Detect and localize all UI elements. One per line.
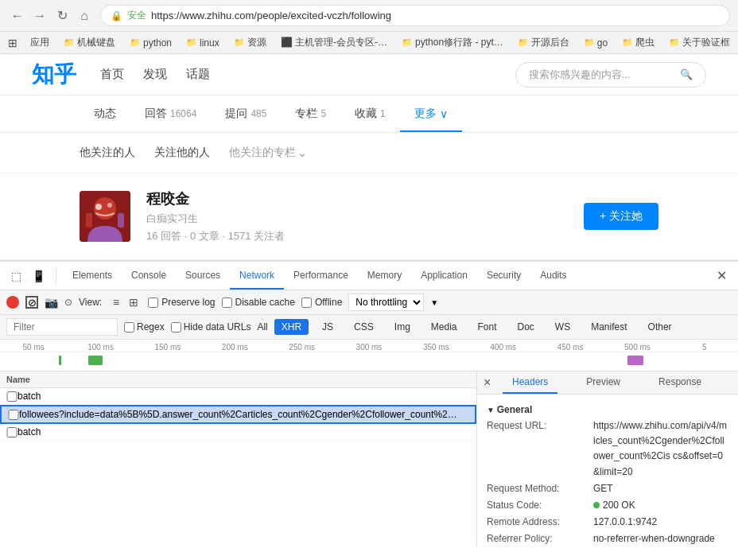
detail-tab-cookies[interactable]: Cookies	[730, 371, 738, 394]
filter-manifest[interactable]: Manifest	[584, 319, 634, 335]
bookmark-python[interactable]: python	[125, 36, 177, 50]
dt-tab-application[interactable]: Application	[411, 262, 477, 290]
home-button[interactable]: ⌂	[75, 6, 94, 25]
bookmark-go[interactable]: go	[579, 36, 612, 50]
svg-point-3	[107, 203, 112, 208]
disable-cache-checkbox[interactable]: Disable cache	[222, 297, 295, 308]
dt-tab-network[interactable]: Network	[230, 262, 284, 290]
address-bar[interactable]: 🔒 安全 https://www.zhihu.com/people/excite…	[100, 5, 730, 26]
forward-button[interactable]: →	[30, 6, 49, 25]
detail-tab-headers[interactable]: Headers	[503, 371, 557, 394]
tl-100: 100 ms	[67, 343, 134, 352]
tab-following-columns[interactable]: 他关注的专栏 ⌄	[229, 142, 307, 163]
devtools-tabs: ⬚ 📱 Elements Console Sources Network Per…	[0, 262, 738, 290]
tab-questions[interactable]: 提问 485	[211, 95, 281, 132]
request-url-value: https://www.zhihu.com/api/v4/m icles_cou…	[593, 418, 728, 480]
bookmark-crawler[interactable]: 爬虫	[617, 34, 659, 51]
filter-js[interactable]: JS	[315, 319, 340, 335]
all-filter[interactable]: All	[257, 321, 267, 332]
zhihu-search[interactable]: 搜索你感兴趣的内容... 🔍	[515, 62, 706, 88]
tab-answers[interactable]: 回答 16064	[130, 95, 211, 132]
bookmark-python2[interactable]: python修行路 - pyt…	[397, 34, 508, 51]
detail-tab-preview[interactable]: Preview	[577, 371, 630, 394]
item-checkbox-3[interactable]	[6, 427, 17, 438]
filter-icon[interactable]: ⊙	[64, 297, 72, 308]
filter-css[interactable]: CSS	[347, 319, 381, 335]
throttle-select[interactable]: No throttling Slow 3G Fast 3G	[348, 294, 424, 311]
dt-tab-elements[interactable]: Elements	[63, 262, 122, 290]
detail-tab-response[interactable]: Response	[649, 371, 711, 394]
search-icon[interactable]: 🔍	[680, 68, 693, 80]
back-button[interactable]: ←	[8, 6, 27, 25]
inspect-icon[interactable]: ⬚	[8, 268, 24, 284]
bookmark-opensource[interactable]: 开源后台	[513, 34, 574, 51]
preserve-log-label: Preserve log	[161, 297, 215, 308]
refresh-button[interactable]: ↻	[52, 6, 72, 25]
bookmark-apps[interactable]: 应用	[25, 34, 54, 51]
filter-other[interactable]: Other	[641, 319, 679, 335]
nav-topics[interactable]: 话题	[186, 67, 210, 82]
dt-tab-memory[interactable]: Memory	[358, 262, 411, 290]
offline-checkbox[interactable]: Offline	[301, 297, 342, 308]
tab-dynamic[interactable]: 动态	[80, 95, 130, 132]
apps-icon[interactable]: ⊞	[8, 37, 17, 49]
filter-font[interactable]: Font	[471, 319, 504, 335]
dt-tab-audits[interactable]: Audits	[530, 262, 576, 290]
item-checkbox-2[interactable]	[8, 410, 19, 420]
filter-img[interactable]: Img	[387, 319, 418, 335]
tl-end: 5	[671, 343, 738, 352]
bookmark-resources[interactable]: 资源	[229, 34, 271, 51]
view-label: View:	[79, 297, 102, 308]
camera-icon[interactable]: 📷	[45, 296, 58, 309]
tab-following-people[interactable]: 他关注的人	[80, 142, 135, 163]
general-section[interactable]: General	[487, 404, 728, 415]
tab-more[interactable]: 更多 ∨	[400, 95, 462, 132]
referrer-value: no-referrer-when-downgrade	[593, 531, 715, 546]
tab-followers[interactable]: 关注他的人	[154, 142, 210, 163]
filter-ws[interactable]: WS	[548, 319, 577, 335]
preserve-log-checkbox[interactable]: Preserve log	[148, 297, 215, 308]
nav-discover[interactable]: 发现	[143, 67, 167, 82]
list-view-btn[interactable]: ≡	[108, 294, 124, 310]
stop-button[interactable]: ⊘	[25, 296, 38, 309]
dt-tab-sources[interactable]: Sources	[176, 262, 230, 290]
regex-label: Regex	[137, 321, 165, 332]
tl-400: 400 ms	[470, 343, 537, 352]
item-checkbox-1[interactable]	[6, 391, 17, 402]
timeline-labels: 50 ms 100 ms 150 ms 200 ms 250 ms 300 ms…	[0, 340, 738, 352]
view-buttons: ≡ ⊞	[108, 294, 142, 310]
tl-200: 200 ms	[201, 343, 268, 352]
network-item-batch2[interactable]: batch	[0, 424, 476, 441]
tl-500: 500 ms	[604, 343, 670, 352]
devtools-main: Name batch followees?include=data%5B%5D.…	[0, 371, 738, 546]
device-icon[interactable]: 📱	[30, 268, 46, 284]
bookmark-verify[interactable]: 关于验证框	[664, 34, 735, 51]
network-item-batch1[interactable]: batch	[0, 388, 476, 405]
grid-view-btn[interactable]: ⊞	[126, 294, 142, 310]
devtools-close[interactable]: ✕	[713, 265, 730, 286]
network-item-followees[interactable]: followees?include=data%5B%5D.answer_coun…	[0, 405, 476, 424]
dt-tab-security[interactable]: Security	[477, 262, 530, 290]
tab-columns[interactable]: 专栏 5	[281, 95, 340, 132]
filter-xhr[interactable]: XHR	[274, 319, 309, 335]
bookmark-linux[interactable]: linux	[181, 36, 224, 50]
network-list-header: Name	[0, 371, 476, 388]
filter-input[interactable]	[6, 318, 118, 336]
bookmark-host[interactable]: ⬛ 主机管理-会员专区-…	[276, 34, 392, 51]
hide-data-urls-checkbox[interactable]: Hide data URLs	[171, 321, 251, 332]
zhihu-logo[interactable]: 知乎	[32, 60, 76, 90]
person-info: 程咬金 白痴实习生 16 回答 · 0 文章 · 1571 关注者	[146, 189, 568, 243]
follow-button[interactable]: + 关注她	[584, 203, 658, 230]
filter-doc[interactable]: Doc	[511, 319, 542, 335]
detail-close[interactable]: ×	[477, 372, 497, 393]
bookmark-mechanical[interactable]: 机械键盘	[59, 34, 120, 51]
record-button[interactable]	[6, 296, 19, 309]
nav-home[interactable]: 首页	[100, 67, 124, 82]
dt-tab-console[interactable]: Console	[122, 262, 176, 290]
tab-favorites[interactable]: 收藏 1	[340, 95, 400, 132]
filter-media[interactable]: Media	[424, 319, 464, 335]
filter-bar: Regex Hide data URLs All XHR JS CSS Img …	[0, 315, 738, 340]
dt-tab-performance[interactable]: Performance	[284, 262, 358, 290]
nav-buttons: ← → ↻ ⌂	[8, 6, 94, 25]
regex-checkbox[interactable]: Regex	[124, 321, 165, 332]
